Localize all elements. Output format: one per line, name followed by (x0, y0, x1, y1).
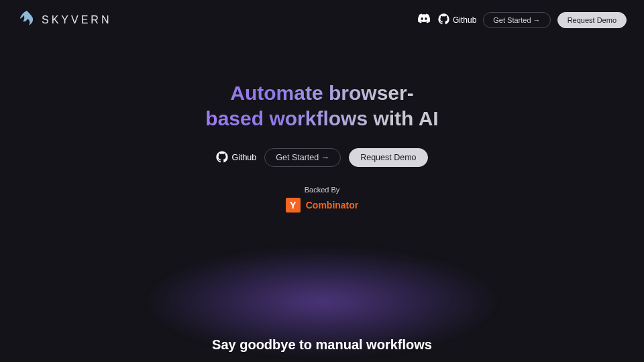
get-started-button[interactable]: Get Started → (483, 12, 550, 28)
section-heading: Say goodbye to manual workflows (0, 337, 644, 353)
github-link[interactable]: Github (438, 13, 476, 27)
hero-get-started-button[interactable]: Get Started → (264, 148, 341, 167)
brand-name: SKYVERN (42, 14, 111, 26)
brand-logo[interactable]: SKYVERN (17, 9, 111, 31)
yc-icon: Y (286, 198, 301, 213)
backed-by-label: Backed By (305, 186, 340, 194)
hero-headline: Automate browser- based workflows with A… (205, 80, 438, 131)
hero-request-demo-button[interactable]: Request Demo (349, 148, 427, 167)
discord-link[interactable] (417, 13, 431, 27)
hero-headline-text: Automate browser- based workflows with A… (205, 82, 438, 129)
backed-by: Backed By Y Combinator (0, 186, 644, 213)
header-actions: Github Get Started → Request Demo (417, 12, 627, 28)
combinator-label: Combinator (306, 200, 359, 210)
request-demo-button[interactable]: Request Demo (557, 12, 627, 28)
hero-section: Automate browser- based workflows with A… (0, 80, 644, 213)
hero-actions: Github Get Started → Request Demo (0, 148, 644, 167)
github-label: Github (453, 15, 476, 25)
logo-mark-icon (17, 9, 36, 31)
site-header: SKYVERN Github Get Started → Request Dem… (0, 0, 644, 40)
github-icon (216, 151, 228, 165)
hero-github-link[interactable]: Github (216, 151, 256, 165)
hero-github-label: Github (231, 153, 256, 162)
github-icon (438, 13, 449, 27)
ycombinator-badge: Y Combinator (286, 198, 359, 213)
discord-icon (417, 12, 431, 28)
